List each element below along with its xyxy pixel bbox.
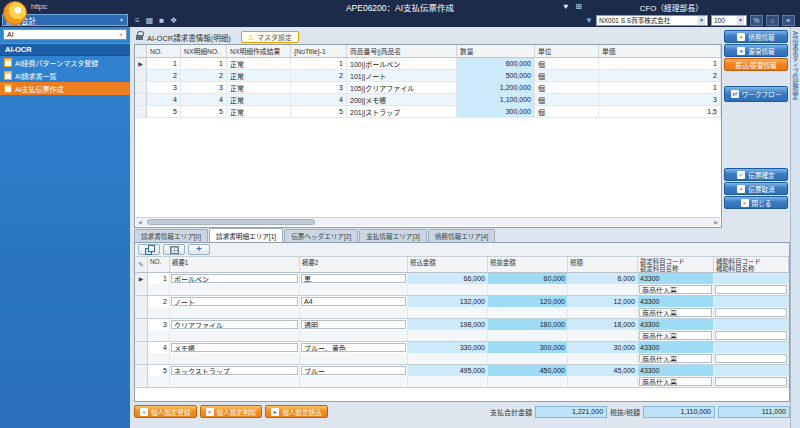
sub-account-name-input[interactable] [714, 330, 789, 341]
tax-cell[interactable]: 18,000 [568, 319, 638, 330]
funnel-icon[interactable]: ▼ [585, 16, 593, 25]
user-role-label: CFO（経理部長） [640, 2, 703, 13]
scroll-left-icon[interactable]: ◀ [138, 219, 142, 226]
sub-account-name-input[interactable] [714, 353, 789, 364]
tax-excl-cell[interactable]: 180,000 [488, 319, 568, 330]
tekiyo2-input[interactable]: A4 [300, 296, 408, 307]
tekiyo2-input[interactable]: ブルー、黄色 [300, 342, 408, 353]
tax-incl-cell[interactable]: 330,000 [408, 342, 488, 353]
sidebar-item-ai-expense-pattern[interactable]: AI経費パターンマスタ登録 [0, 56, 130, 69]
chevron-down-icon: ▼ [737, 16, 744, 25]
tax-excl-cell[interactable]: 60,000 [488, 273, 568, 284]
tekiyo1-input[interactable]: ボールペン [170, 273, 300, 284]
zoom-select[interactable]: 100 ▼ [711, 15, 747, 26]
col-tax: 税額 [568, 257, 638, 272]
sub-account-code-cell[interactable] [714, 273, 789, 284]
sub-account-code-cell[interactable] [714, 365, 789, 376]
list-icon[interactable]: ≡ [782, 15, 795, 26]
voucher-cancel-button[interactable]: × 伝票取消 [724, 182, 788, 195]
table-row[interactable]: 4 4 正常 4 200||メモ帳 1,100,000 個 3 [135, 94, 721, 106]
grid-view-button[interactable] [163, 244, 185, 255]
tab-debt-info[interactable]: 債務情報エリア[4] [428, 229, 496, 242]
window-grid-icon[interactable]: ▦ [146, 16, 154, 25]
side-panel-tab-label: AI請求書タイプ情報設定 [791, 31, 800, 100]
account-name-input[interactable]: 商品仕入高 [638, 376, 714, 387]
tekiyo1-input[interactable]: クリアファイル [170, 319, 300, 330]
account-code-cell[interactable]: 43300 [638, 365, 714, 376]
sub-account-code-cell[interactable] [714, 296, 789, 307]
scrollbar-thumb[interactable] [147, 219, 315, 225]
withholding-info-button[interactable]: ● 源泉情報 [724, 44, 788, 57]
tax-cell[interactable]: 6,000 [568, 273, 638, 284]
person-load-icon: ▸ [271, 408, 279, 416]
copy-row-button[interactable] [138, 244, 160, 255]
apps-grid-icon[interactable]: ⊞ [575, 2, 582, 11]
sidebar-section-ai-ocr: AI-OCR [0, 43, 130, 56]
close-button[interactable]: × 閉じる [724, 196, 788, 209]
tax-incl-cell[interactable]: 198,000 [408, 319, 488, 330]
tekiyo1-input[interactable]: メモ帳 [170, 342, 300, 353]
sparkle-icon[interactable]: ❖ [170, 16, 177, 25]
tax-incl-cell[interactable]: 495,000 [408, 365, 488, 376]
horizontal-scrollbar[interactable]: ◀ ▶ [136, 217, 720, 226]
tax-cell[interactable]: 45,000 [568, 365, 638, 376]
table-row[interactable]: 3 3 正常 3 105||クリアファイル 1,200,000 個 1 [135, 82, 721, 94]
tekiyo1-input[interactable]: ノート [170, 296, 300, 307]
account-name-input[interactable]: 商品仕入高 [638, 330, 714, 341]
account-code-cell[interactable]: 43300 [638, 273, 714, 284]
account-name-input[interactable]: 商品仕入高 [638, 307, 714, 318]
tab-payment-info[interactable]: 支払情報エリア[3] [359, 229, 427, 242]
sidebar-item-ai-payment-voucher[interactable]: AI支払伝票作成 [0, 82, 130, 95]
personal-setting-register-button[interactable]: + 個人設定登録 [134, 405, 197, 418]
table-row[interactable]: 5 5 正常 5 201||ストラップ 300,000 個 1,5 [135, 106, 721, 118]
tax-excl-cell[interactable]: 120,000 [488, 296, 568, 307]
cell-no: 2 [147, 70, 181, 81]
transfer-info-button[interactable]: 振込/振替情報 [724, 58, 788, 71]
square-icon[interactable]: ■ [159, 16, 164, 25]
tekiyo2-input[interactable]: ブルー [300, 365, 408, 376]
favorite-heart-icon[interactable]: ♥ [564, 2, 569, 11]
sidebar-item-ai-invoice-list[interactable]: AI請求書一覧 [0, 69, 130, 82]
scroll-right-icon[interactable]: ▶ [714, 219, 718, 226]
home-icon[interactable]: ⌂ [766, 15, 779, 26]
tekiyo2-input[interactable]: 黒 [300, 273, 408, 284]
table-row[interactable]: 2 2 正常 2 101||ノート 500,000 個 2 [135, 70, 721, 82]
debt-info-button[interactable]: ● 債務情報 [724, 30, 788, 43]
sub-account-name-input[interactable] [714, 376, 789, 387]
table-row[interactable]: ▶ 1 1 正常 1 100||ボールペン 600,000 個 1 [135, 58, 721, 70]
hamburger-menu-icon[interactable]: ≡ [135, 16, 140, 25]
account-code-cell[interactable]: 43300 [638, 319, 714, 330]
company-select[interactable]: NX001 S S商事株式会社 ▼ [596, 15, 708, 26]
tekiyo1-input[interactable]: ネックストラップ [170, 365, 300, 376]
account-code-cell[interactable]: 43300 [638, 342, 714, 353]
sub-account-name-input[interactable] [714, 284, 789, 295]
tax-excl-cell[interactable]: 300,000 [488, 342, 568, 353]
account-code-cell[interactable]: 43300 [638, 296, 714, 307]
tekiyo2-input[interactable]: 透明 [300, 319, 408, 330]
collapsed-side-panel-tab[interactable]: AI請求書タイプ情報設定 [790, 27, 800, 428]
tax-incl-cell[interactable]: 66,000 [408, 273, 488, 284]
workflow-button[interactable]: ⇄ ワークフロー [724, 86, 788, 102]
percent-icon[interactable]: % [750, 15, 763, 26]
tab-voucher-header[interactable]: 伝票ヘッダエリア[2] [284, 229, 358, 242]
account-name-input[interactable]: 商品仕入高 [638, 353, 714, 364]
tab-invoice-info[interactable]: 請求書情報エリア[0] [134, 229, 208, 242]
sub-account-name-input[interactable] [714, 307, 789, 318]
tax-cell[interactable]: 12,000 [568, 296, 638, 307]
add-row-button[interactable]: + [188, 244, 210, 255]
personal-setting-delete-button[interactable]: × 個人設定削除 [200, 405, 263, 418]
clear-search-icon[interactable]: × [119, 31, 123, 38]
personal-setting-load-button[interactable]: ▸ 個人設定読込 [265, 405, 328, 418]
voucher-confirm-button[interactable]: ✓ 伝票確定 [724, 168, 788, 181]
account-name-input[interactable]: 商品仕入高 [638, 284, 714, 295]
sub-account-code-cell[interactable] [714, 342, 789, 353]
tax-excl-cell[interactable]: 450,000 [488, 365, 568, 376]
tab-invoice-lines[interactable]: 請求書明細エリア[1] [209, 228, 283, 242]
master-setting-button[interactable]: ⚠ マスタ設定 [241, 31, 299, 43]
voucher-confirm-label: 伝票確定 [748, 170, 774, 180]
tax-incl-cell[interactable]: 132,000 [408, 296, 488, 307]
tax-cell[interactable]: 30,000 [568, 342, 638, 353]
col-tax-excl: 税抜金額 [488, 257, 568, 272]
sidebar-search-input[interactable]: AI × [3, 29, 127, 40]
sub-account-code-cell[interactable] [714, 319, 789, 330]
